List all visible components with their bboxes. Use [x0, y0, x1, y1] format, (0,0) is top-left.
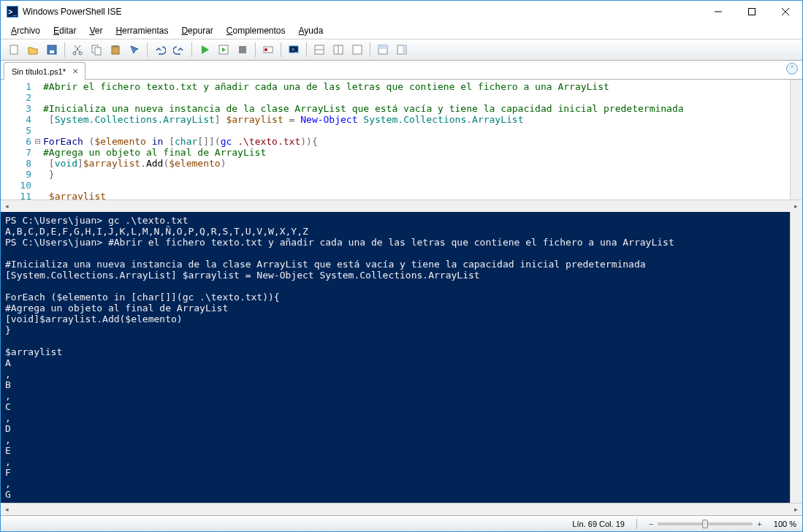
- svg-text:>_: >_: [292, 47, 297, 53]
- copy-icon[interactable]: [88, 41, 105, 58]
- tab-strip: Sin título1.ps1* ✕ ˄: [1, 61, 802, 80]
- svg-rect-1: [749, 9, 756, 15]
- menubar: Archivo Editar Ver Herramientas Depurar …: [1, 23, 802, 39]
- toolbar: >_: [1, 39, 802, 61]
- svg-rect-12: [113, 45, 118, 48]
- layout3-icon[interactable]: [349, 41, 366, 58]
- titlebar: >_ Windows PowerShell ISE: [1, 1, 802, 23]
- show-commands-icon[interactable]: [393, 41, 411, 58]
- menu-help[interactable]: Ayuda: [293, 24, 330, 37]
- clear-icon[interactable]: [126, 41, 143, 58]
- maximize-button[interactable]: [735, 1, 769, 23]
- run-icon[interactable]: [196, 41, 213, 58]
- breakpoint-icon[interactable]: [259, 41, 277, 58]
- fold-gutter: ⊟: [34, 80, 42, 200]
- svg-rect-14: [239, 46, 246, 53]
- tab-close-icon[interactable]: ✕: [70, 67, 80, 75]
- code-area[interactable]: #Abrir el fichero texto.txt y añadir cad…: [42, 80, 790, 200]
- menu-file[interactable]: Archivo: [5, 24, 46, 37]
- svg-rect-6: [50, 50, 54, 53]
- svg-rect-23: [353, 45, 362, 54]
- editor-hscrollbar[interactable]: ◂ ▸: [1, 200, 802, 212]
- console-vscrollbar[interactable]: [790, 212, 802, 503]
- save-icon[interactable]: [43, 41, 61, 58]
- menu-tools[interactable]: Herramientas: [110, 24, 174, 37]
- minimize-button[interactable]: [701, 1, 735, 23]
- svg-rect-25: [378, 45, 387, 49]
- collapse-script-pane-icon[interactable]: ˄: [786, 63, 798, 75]
- editor-vscrollbar[interactable]: [790, 80, 802, 200]
- cut-icon[interactable]: [69, 41, 86, 58]
- undo-icon[interactable]: [151, 41, 169, 58]
- powershell-icon: >_: [7, 6, 18, 18]
- tab-label: Sin título1.ps1*: [12, 67, 66, 76]
- statusbar: Lín. 69 Col. 19 − + 100 %: [1, 515, 802, 531]
- script-editor[interactable]: 1234567891011 ⊟ #Abrir el fichero texto.…: [1, 80, 802, 200]
- layout2-icon[interactable]: [330, 41, 347, 58]
- menu-debug[interactable]: Depurar: [175, 24, 218, 37]
- line-gutter: 1234567891011: [1, 80, 34, 200]
- scroll-left-icon[interactable]: ◂: [1, 200, 13, 213]
- open-icon[interactable]: [24, 41, 42, 58]
- svg-point-16: [265, 48, 267, 51]
- svg-rect-27: [403, 45, 406, 54]
- window-title: Windows PowerShell ISE: [23, 7, 701, 17]
- paste-icon[interactable]: [107, 41, 124, 58]
- scroll-left-icon[interactable]: ◂: [1, 503, 13, 516]
- show-script-icon[interactable]: [374, 41, 392, 58]
- zoom-out-icon[interactable]: −: [649, 520, 653, 528]
- status-zoom: 100 %: [774, 520, 796, 528]
- redo-icon[interactable]: [170, 41, 188, 58]
- new-icon[interactable]: [5, 41, 23, 58]
- stop-icon[interactable]: [234, 41, 251, 58]
- status-line-col: Lín. 69 Col. 19: [572, 520, 625, 528]
- close-button[interactable]: [769, 1, 802, 23]
- menu-addons[interactable]: Complementos: [221, 24, 292, 37]
- scroll-right-icon[interactable]: ▸: [790, 200, 802, 213]
- remote-icon[interactable]: >_: [285, 41, 302, 58]
- zoom-in-icon[interactable]: +: [757, 520, 761, 528]
- menu-edit[interactable]: Editar: [47, 24, 82, 37]
- file-tab[interactable]: Sin título1.ps1* ✕: [4, 62, 85, 80]
- console-hscrollbar[interactable]: ◂ ▸: [1, 503, 802, 515]
- console-pane[interactable]: PS C:\Users\juan> gc .\texto.txt A,B,C,D…: [1, 212, 790, 503]
- svg-rect-4: [10, 45, 18, 54]
- menu-view[interactable]: Ver: [83, 24, 108, 37]
- zoom-slider[interactable]: [658, 522, 753, 525]
- layout1-icon[interactable]: [311, 41, 328, 58]
- svg-rect-10: [95, 48, 101, 55]
- run-selection-icon[interactable]: [215, 41, 232, 58]
- scroll-right-icon[interactable]: ▸: [790, 503, 802, 516]
